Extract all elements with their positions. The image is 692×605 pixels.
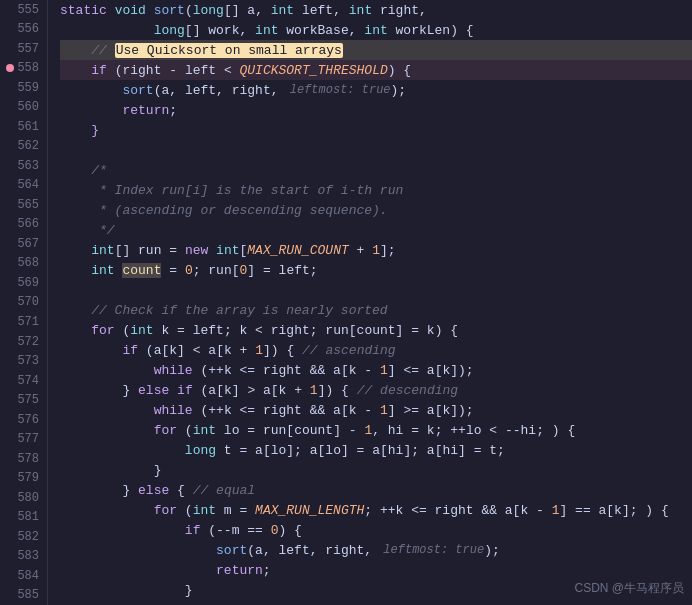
line-555: 555 (0, 0, 47, 20)
code-content: static void sort(long[] a, int left, int… (48, 0, 692, 605)
watermark: CSDN @牛马程序员 (574, 580, 684, 597)
code-line-565: * (ascending or descending sequence). (60, 200, 692, 220)
code-line-567: int[] run = new int[MAX_RUN_COUNT + 1]; (60, 240, 692, 260)
line-570: 570 (0, 293, 47, 313)
line-577: 577 (0, 429, 47, 449)
code-line-572: if (a[k] < a[k + 1]) { // ascending (60, 340, 692, 360)
line-569: 569 (0, 273, 47, 293)
line-572: 572 (0, 332, 47, 352)
line-numbers: 555 556 557 558 559 560 561 562 563 564 … (0, 0, 48, 605)
line-584: 584 (0, 566, 47, 586)
code-line-558: if (right - left < QUICKSORT_THRESHOLD) … (60, 60, 692, 80)
code-line-569 (60, 280, 692, 300)
code-line-576: for (int lo = run[count] - 1, hi = k; ++… (60, 420, 692, 440)
line-565: 565 (0, 195, 47, 215)
code-line-556: long[] work, int workBase, int workLen) … (60, 20, 692, 40)
line-568: 568 (0, 254, 47, 274)
line-563: 563 (0, 156, 47, 176)
code-line-573: while (++k <= right && a[k - 1] <= a[k])… (60, 360, 692, 380)
line-559: 559 (0, 78, 47, 98)
code-line-555: static void sort(long[] a, int left, int… (60, 0, 692, 20)
line-578: 578 (0, 449, 47, 469)
code-line-578: } (60, 460, 692, 480)
line-582: 582 (0, 527, 47, 547)
code-line-579: } else { // equal (60, 480, 692, 500)
line-564: 564 (0, 176, 47, 196)
code-area: 555 556 557 558 559 560 561 562 563 564 … (0, 0, 692, 605)
code-line-557: // Use Quicksort on small arrays (60, 40, 692, 60)
line-583: 583 (0, 546, 47, 566)
code-line-563: /* (60, 160, 692, 180)
code-line-580: for (int m = MAX_RUN_LENGTH; ++k <= righ… (60, 500, 692, 520)
line-585: 585 (0, 585, 47, 605)
code-line-574: } else if (a[k] > a[k + 1]) { // descend… (60, 380, 692, 400)
line-573: 573 (0, 351, 47, 371)
line-575: 575 (0, 390, 47, 410)
code-line-571: for (int k = left; k < right; run[count]… (60, 320, 692, 340)
code-editor: 555 556 557 558 559 560 561 562 563 564 … (0, 0, 692, 605)
line-558: 558 (0, 59, 47, 79)
code-line-566: */ (60, 220, 692, 240)
line-557: 557 (0, 39, 47, 59)
code-line-561: } (60, 120, 692, 140)
code-line-582: sort(a, left, right, leftmost: true); (60, 540, 692, 560)
code-line-568: int count = 0; run[0] = left; (60, 260, 692, 280)
line-556: 556 (0, 20, 47, 40)
line-562: 562 (0, 137, 47, 157)
line-581: 581 (0, 507, 47, 527)
line-560: 560 (0, 98, 47, 118)
line-571: 571 (0, 312, 47, 332)
code-line-564: * Index run[i] is the start of i-th run (60, 180, 692, 200)
code-line-570: // Check if the array is nearly sorted (60, 300, 692, 320)
code-line-562 (60, 140, 692, 160)
code-line-559: sort(a, left, right, leftmost: true); (60, 80, 692, 100)
line-566: 566 (0, 215, 47, 235)
code-line-583: return; (60, 560, 692, 580)
line-561: 561 (0, 117, 47, 137)
line-574: 574 (0, 371, 47, 391)
code-line-560: return; (60, 100, 692, 120)
code-line-575: while (++k <= right && a[k - 1] >= a[k])… (60, 400, 692, 420)
line-567: 567 (0, 234, 47, 254)
line-576: 576 (0, 410, 47, 430)
code-line-585: } (60, 600, 692, 605)
line-579: 579 (0, 468, 47, 488)
code-line-577: long t = a[lo]; a[lo] = a[hi]; a[hi] = t… (60, 440, 692, 460)
line-580: 580 (0, 488, 47, 508)
code-line-581: if (--m == 0) { (60, 520, 692, 540)
